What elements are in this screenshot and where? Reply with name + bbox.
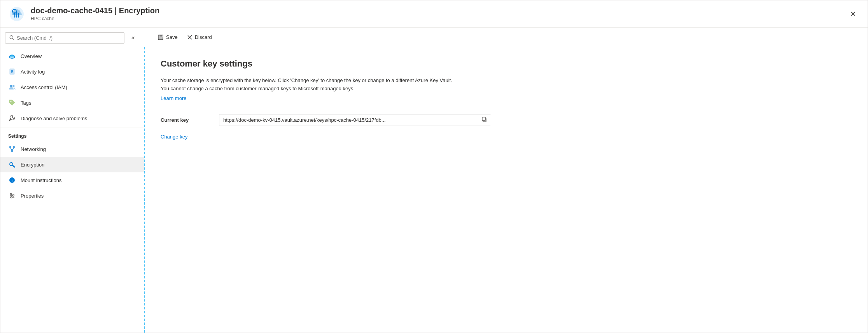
title-text: doc-demo-cache-0415 | Encryption HPC cac… [31,6,159,21]
search-wrapper[interactable] [5,32,124,44]
svg-point-2 [14,13,15,15]
collapse-button[interactable]: « [127,32,139,44]
overview-label: Overview [21,53,42,59]
people-icon [8,83,16,91]
svg-point-28 [10,193,12,195]
svg-point-6 [9,55,15,58]
change-key-link[interactable]: Change key [161,134,187,140]
hpc-cache-icon [8,5,25,23]
sliders-icon [8,192,16,200]
current-key-value: https://doc-demo-kv-0415.vault.azure.net… [223,117,478,123]
svg-rect-33 [159,37,163,39]
mount-instructions-label: Mount instructions [21,177,62,183]
svg-point-13 [10,101,12,102]
description: Your cache storage is encrypted with the… [161,77,550,102]
svg-text:i: i [12,179,13,183]
description-line1: Your cache storage is encrypted with the… [161,77,550,85]
svg-point-29 [12,195,14,196]
learn-more-link[interactable]: Learn more [161,95,186,103]
svg-line-4 [13,39,14,40]
svg-point-3 [10,36,13,39]
sidebar-item-access-control[interactable]: Access control (IAM) [0,79,144,95]
svg-point-11 [10,85,12,87]
cloud-icon [8,52,16,60]
page-content: Customer key settings Your cache storage… [144,47,868,333]
window-title: doc-demo-cache-0415 | Encryption [31,6,159,15]
window-subtitle: HPC cache [31,16,159,21]
search-input[interactable] [17,35,120,41]
sidebar-item-tags[interactable]: Tags [0,95,144,110]
description-line2: You cannot change a cache from customer-… [161,85,550,93]
save-icon [158,34,164,40]
activity-log-label: Activity log [21,69,45,75]
network-icon [8,145,16,153]
svg-line-18 [12,148,14,150]
tags-label: Tags [21,100,31,106]
properties-label: Properties [21,193,44,199]
sidebar-item-encryption[interactable]: Encryption [0,157,144,172]
toolbar: Save Discard [144,28,868,47]
svg-point-30 [10,196,12,198]
settings-section-header: Settings [0,128,144,141]
info-icon: i [8,176,16,184]
page-title: Customer key settings [161,59,852,69]
svg-rect-14 [9,146,11,148]
copy-icon[interactable] [481,117,487,123]
svg-line-17 [10,148,12,150]
search-area: « [0,28,144,48]
tag-icon [8,99,16,107]
svg-rect-16 [11,150,13,152]
sidebar-item-diagnose[interactable]: Diagnose and solve problems [0,110,144,126]
key-input-wrapper: https://doc-demo-kv-0415.vault.azure.net… [219,114,491,126]
sidebar-item-networking[interactable]: Networking [0,141,144,157]
save-label: Save [166,34,178,40]
diagnose-label: Diagnose and solve problems [21,116,87,121]
current-key-label: Current key [161,117,207,123]
doc-icon [8,68,16,75]
close-button[interactable]: ✕ [846,7,860,21]
svg-rect-32 [159,35,162,37]
access-control-label: Access control (IAM) [21,84,67,90]
save-button[interactable]: Save [154,32,182,43]
svg-point-12 [13,85,15,87]
content-area: Save Discard Customer key settings Your … [144,28,868,333]
wrench-icon [8,114,16,122]
svg-rect-15 [13,146,15,148]
sidebar-item-mount-instructions[interactable]: i Mount instructions [0,172,144,188]
discard-button[interactable]: Discard [183,32,216,42]
networking-label: Networking [21,146,46,152]
svg-rect-38 [482,117,485,121]
discard-label: Discard [195,34,212,40]
key-icon [8,161,16,168]
main-area: « Overview Activity log Access contro [0,28,868,333]
sidebar: « Overview Activity log Access contro [0,28,144,333]
search-icon [9,35,14,40]
title-bar: doc-demo-cache-0415 | Encryption HPC cac… [0,0,868,28]
discard-icon [187,35,192,40]
title-bar-left: doc-demo-cache-0415 | Encryption HPC cac… [8,5,159,23]
sidebar-item-overview[interactable]: Overview [0,48,144,64]
sidebar-item-properties[interactable]: Properties [0,188,144,203]
azure-portal-window: doc-demo-cache-0415 | Encryption HPC cac… [0,0,868,333]
encryption-label: Encryption [21,162,44,168]
current-key-section: Current key https://doc-demo-kv-0415.vau… [161,114,852,126]
sidebar-item-activity-log[interactable]: Activity log [0,64,144,79]
